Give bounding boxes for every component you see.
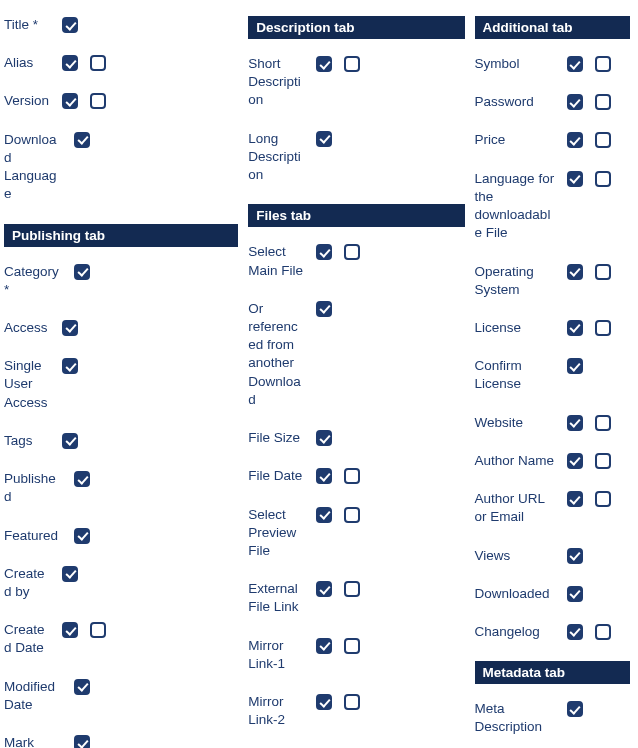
checkbox-primary[interactable]: [62, 17, 78, 33]
checkbox-primary[interactable]: [74, 471, 90, 487]
field-label: Or referenced from another Download: [248, 300, 304, 409]
checkbox-secondary[interactable]: [595, 171, 611, 187]
checkbox-primary[interactable]: [567, 701, 583, 717]
field-label: Confirm License: [475, 357, 555, 393]
checkbox-secondary[interactable]: [90, 622, 106, 638]
field-label: Language for the downloadable File: [475, 170, 555, 243]
checkbox-primary[interactable]: [567, 94, 583, 110]
checkbox-secondary[interactable]: [595, 320, 611, 336]
field-label: Category *: [4, 263, 62, 299]
checkbox-primary[interactable]: [62, 93, 78, 109]
field-label: Password: [475, 93, 555, 111]
field-row: Alias: [4, 54, 238, 72]
field-row: Author URL or Email: [475, 490, 630, 526]
checkbox-primary[interactable]: [567, 453, 583, 469]
checkbox-primary[interactable]: [74, 264, 90, 280]
checkbox-secondary[interactable]: [344, 694, 360, 710]
checkbox-secondary[interactable]: [595, 264, 611, 280]
column-1: Title *AliasVersionDownload LanguagePubl…: [4, 10, 238, 748]
field-label: Modified Date: [4, 678, 62, 714]
checkbox-secondary[interactable]: [344, 507, 360, 523]
field-label: File Date: [248, 467, 304, 485]
checkbox-primary[interactable]: [62, 358, 78, 374]
checkbox-primary[interactable]: [316, 301, 332, 317]
field-row: Symbol: [475, 55, 630, 73]
checkbox-primary[interactable]: [316, 694, 332, 710]
checkbox-secondary[interactable]: [344, 244, 360, 260]
checkbox-primary[interactable]: [316, 507, 332, 523]
checkbox-primary[interactable]: [62, 320, 78, 336]
tab-header: Files tab: [248, 204, 464, 227]
checkbox-primary[interactable]: [567, 320, 583, 336]
checkbox-secondary[interactable]: [595, 624, 611, 640]
tab-header: Additional tab: [475, 16, 630, 39]
checkbox-secondary[interactable]: [595, 491, 611, 507]
field-label: Long Description: [248, 130, 304, 185]
checkbox-primary[interactable]: [316, 468, 332, 484]
checkbox-secondary[interactable]: [344, 56, 360, 72]
field-row: Price: [475, 131, 630, 149]
field-row: Downloaded: [475, 585, 630, 603]
checkbox-secondary[interactable]: [344, 581, 360, 597]
checkbox-secondary[interactable]: [344, 638, 360, 654]
checkbox-primary[interactable]: [62, 566, 78, 582]
field-label: Short Description: [248, 55, 304, 110]
checkbox-secondary[interactable]: [90, 55, 106, 71]
checkbox-secondary[interactable]: [595, 415, 611, 431]
checkbox-primary[interactable]: [62, 433, 78, 449]
field-label: Single User Access: [4, 357, 50, 412]
checkbox-primary[interactable]: [316, 430, 332, 446]
field-label: Price: [475, 131, 555, 149]
field-label: Mirror Link-1: [248, 637, 304, 673]
checkbox-secondary[interactable]: [595, 453, 611, 469]
field-row: Single User Access: [4, 357, 238, 412]
checkbox-primary[interactable]: [316, 56, 332, 72]
checkbox-primary[interactable]: [567, 548, 583, 564]
checkbox-secondary[interactable]: [595, 94, 611, 110]
field-label: Download Language: [4, 131, 62, 204]
field-row: Mark Download as Updated: [4, 734, 238, 748]
checkbox-primary[interactable]: [316, 581, 332, 597]
checkbox-primary[interactable]: [74, 735, 90, 748]
checkbox-primary[interactable]: [316, 244, 332, 260]
tab-header: Publishing tab: [4, 224, 238, 247]
checkbox-primary[interactable]: [567, 491, 583, 507]
checkbox-primary[interactable]: [567, 624, 583, 640]
checkbox-secondary[interactable]: [595, 132, 611, 148]
tab-header: Metadata tab: [475, 661, 630, 684]
checkbox-primary[interactable]: [567, 358, 583, 374]
checkbox-primary[interactable]: [567, 171, 583, 187]
checkbox-primary[interactable]: [567, 132, 583, 148]
field-row: File Date: [248, 467, 464, 485]
checkbox-secondary[interactable]: [595, 56, 611, 72]
field-label: Select Preview File: [248, 506, 304, 561]
field-row: Featured: [4, 527, 238, 545]
field-label: Mark Download as Updated: [4, 734, 62, 748]
field-label: Created by: [4, 565, 50, 601]
checkbox-primary[interactable]: [567, 56, 583, 72]
checkbox-primary[interactable]: [74, 528, 90, 544]
checkbox-primary[interactable]: [62, 55, 78, 71]
field-label: File Size: [248, 429, 304, 447]
checkbox-primary[interactable]: [316, 638, 332, 654]
field-row: Category *: [4, 263, 238, 299]
checkbox-primary[interactable]: [567, 415, 583, 431]
tab-header: Description tab: [248, 16, 464, 39]
checkbox-primary[interactable]: [74, 679, 90, 695]
field-label: Author URL or Email: [475, 490, 555, 526]
field-row: Select Main File: [248, 243, 464, 279]
checkbox-primary[interactable]: [567, 586, 583, 602]
field-row: Access: [4, 319, 238, 337]
checkbox-primary[interactable]: [567, 264, 583, 280]
checkbox-primary[interactable]: [74, 132, 90, 148]
checkbox-primary[interactable]: [316, 131, 332, 147]
field-row: Mirror Link-1: [248, 637, 464, 673]
field-label: Author Name: [475, 452, 555, 470]
checkbox-secondary[interactable]: [344, 468, 360, 484]
form-columns: Title *AliasVersionDownload LanguagePubl…: [4, 10, 630, 748]
field-label: Views: [475, 547, 555, 565]
checkbox-primary[interactable]: [62, 622, 78, 638]
field-row: Tags: [4, 432, 238, 450]
field-row: Confirm License: [475, 357, 630, 393]
checkbox-secondary[interactable]: [90, 93, 106, 109]
